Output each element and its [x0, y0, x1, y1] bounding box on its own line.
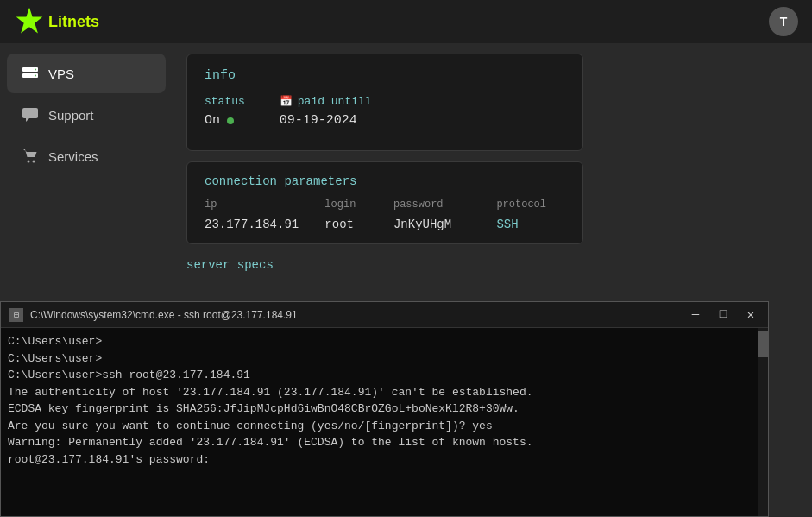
cmd-line-5: ECDSA key fingerprint is SHA256:JfJipMJc… — [8, 400, 761, 418]
cmd-line-7: Warning: Permanently added '23.177.184.9… — [8, 434, 761, 451]
cmd-titlebar: ⊞ C:\Windows\system32\cmd.exe - ssh root… — [1, 302, 768, 328]
sidebar-label-services: Services — [48, 149, 98, 164]
paid-until-label: paid untill — [298, 95, 372, 108]
cmd-line-8: root@23.177.184.91's password: — [8, 451, 761, 469]
bottom-area: ⊞ C:\Windows\system32\cmd.exe - ssh root… — [0, 301, 812, 517]
cmd-titlebar-icon: ⊞ — [9, 308, 23, 322]
server-icon — [21, 64, 40, 83]
svg-point-3 — [35, 69, 36, 71]
cmd-maximize-button[interactable]: □ — [714, 307, 732, 322]
conn-protocol: SSH — [496, 218, 565, 231]
conn-card-title: connection parameters — [205, 174, 565, 188]
sidebar-item-vps[interactable]: VPS — [7, 54, 166, 93]
sidebar: VPS Support Services — [0, 43, 173, 301]
sidebar-item-services[interactable]: Services — [7, 136, 166, 176]
cmd-window[interactable]: ⊞ C:\Windows\system32\cmd.exe - ssh root… — [0, 301, 769, 517]
svg-rect-5 — [22, 108, 38, 118]
cmd-line-6: Are you sure you want to continue connec… — [8, 418, 761, 435]
status-col: status On — [205, 95, 245, 128]
cmd-line-2: C:\Users\user> — [8, 350, 761, 368]
sidebar-label-vps: VPS — [48, 66, 74, 81]
cmd-controls: — □ ✕ — [687, 307, 759, 322]
logo-area: Litnets — [14, 6, 99, 37]
svg-marker-6 — [26, 118, 29, 122]
main-content: VPS Support Services — [0, 43, 812, 301]
user-avatar[interactable]: T — [769, 7, 798, 36]
svg-marker-0 — [16, 8, 43, 34]
conn-ip: 23.177.184.91 — [205, 218, 324, 231]
svg-point-4 — [35, 75, 36, 77]
cart-icon — [21, 147, 40, 166]
cmd-minimize-button[interactable]: — — [687, 307, 704, 322]
conn-table-header: ip login password protocol — [205, 199, 565, 211]
green-dot-icon — [227, 117, 234, 124]
cmd-line-1: C:\Users\user> — [8, 333, 761, 350]
paid-until-value: 09-19-2024 — [280, 113, 372, 128]
chat-icon — [21, 105, 40, 124]
info-card-title: info — [205, 68, 565, 83]
cmd-line-4: The authenticity of host '23.177.184.91 … — [8, 384, 761, 401]
cmd-scrollbar[interactable] — [758, 328, 768, 516]
sidebar-label-support: Support — [48, 108, 94, 123]
logo-text: Litnets — [48, 13, 99, 31]
sidebar-item-support[interactable]: Support — [7, 95, 166, 135]
status-label: status — [205, 95, 245, 108]
info-card: info status On 📅 paid untill 09-19-2024 — [186, 54, 583, 151]
conn-login: root — [324, 218, 393, 231]
server-specs-title: server specs — [186, 255, 798, 275]
cmd-line-3: C:\Users\user>ssh root@23.177.184.91 — [8, 367, 761, 384]
cmd-scrollbar-thumb[interactable] — [758, 331, 768, 357]
logo-icon — [14, 6, 45, 37]
status-value: On — [205, 113, 245, 128]
conn-table: ip login password protocol 23.177.184.91… — [205, 199, 565, 231]
right-panel: info status On 📅 paid untill 09-19-2024 — [173, 43, 812, 301]
top-bar: Litnets T — [0, 0, 812, 43]
cmd-titlebar-text: C:\Windows\system32\cmd.exe - ssh root@2… — [30, 309, 680, 321]
status-on-text: On — [205, 113, 220, 128]
cmd-body: C:\Users\user> C:\Users\user> C:\Users\u… — [1, 328, 768, 516]
col-header-ip: ip — [205, 199, 324, 211]
conn-password: JnKyUHgM — [393, 218, 496, 231]
col-header-password: password — [393, 199, 496, 211]
svg-point-8 — [33, 161, 35, 163]
conn-data-row: 23.177.184.91 root JnKyUHgM SSH — [205, 218, 565, 231]
cmd-close-button[interactable]: ✕ — [742, 307, 759, 322]
col-header-protocol: protocol — [496, 199, 565, 211]
paid-col-header: 📅 paid untill — [280, 95, 372, 108]
connection-card: connection parameters ip login password … — [186, 161, 583, 244]
svg-point-7 — [28, 161, 30, 163]
status-row: status On 📅 paid untill 09-19-2024 — [205, 95, 565, 128]
calendar-icon: 📅 — [280, 95, 293, 108]
col-header-login: login — [324, 199, 393, 211]
paid-col: 📅 paid untill 09-19-2024 — [280, 95, 372, 128]
